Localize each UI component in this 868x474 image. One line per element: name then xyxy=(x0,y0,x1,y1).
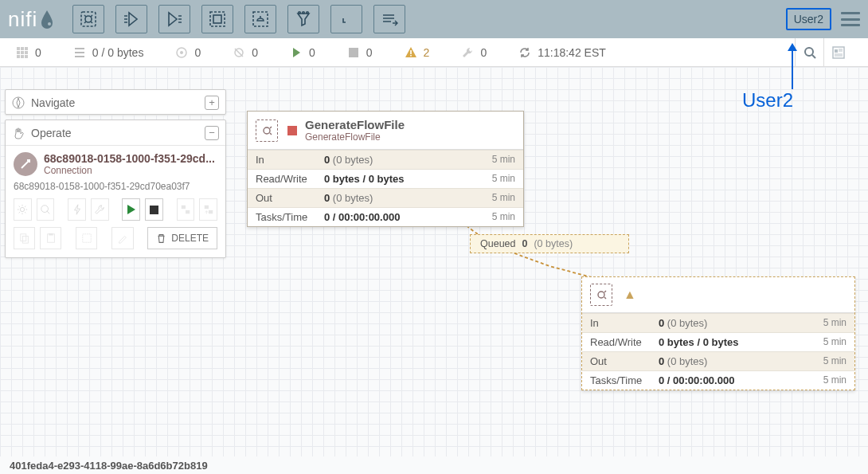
running-stat: 0 xyxy=(290,46,315,59)
stat-row: Tasks/Time0 / 00:00:00.0005 min xyxy=(582,370,854,390)
processor-unnamed[interactable]: ▲ In0 (0 bytes)5 minRead/Write0 bytes / … xyxy=(581,276,855,390)
navigate-panel: Navigate + xyxy=(5,89,226,115)
svg-point-0 xyxy=(48,22,51,25)
stop-button[interactable] xyxy=(145,198,163,221)
top-toolbar: nifi User2 xyxy=(0,0,868,38)
drop-icon xyxy=(39,9,55,29)
operate-name: 68c89018-0158-1000-f351-29cd... xyxy=(44,152,215,165)
svg-rect-18 xyxy=(25,55,28,58)
invalid-stat: 2 xyxy=(405,46,430,59)
svg-rect-36 xyxy=(22,236,28,243)
add-funnel-button[interactable] xyxy=(287,5,319,33)
connection-label[interactable]: Queued 0 (0 bytes) xyxy=(470,234,629,253)
status-bar: 0 0 / 0 bytes 0 0 0 0 2 0 11:18:42 EST xyxy=(0,38,868,67)
svg-rect-11 xyxy=(21,47,24,50)
add-processor-button[interactable] xyxy=(72,5,104,33)
disabled-stat: 0 xyxy=(461,46,487,59)
current-user[interactable]: User2 xyxy=(786,8,831,30)
search-button[interactable] xyxy=(795,38,823,67)
enable-button xyxy=(37,198,55,221)
stopped-stat: 0 xyxy=(347,46,373,59)
svg-point-7 xyxy=(307,12,309,14)
disable-button xyxy=(91,198,109,221)
stat-row: Tasks/Time0 / 00:00:00.0005 min xyxy=(248,207,523,226)
expand-navigate-button[interactable]: + xyxy=(205,96,219,110)
stat-row: Read/Write0 bytes / 0 bytes5 min xyxy=(248,169,523,188)
hand-icon xyxy=(12,127,25,139)
operate-type: Connection xyxy=(44,165,215,176)
status-right-actions xyxy=(795,38,852,66)
add-template-button[interactable] xyxy=(330,5,362,33)
refresh-icon xyxy=(518,46,531,59)
add-label-button[interactable] xyxy=(373,5,405,33)
start-button[interactable] xyxy=(122,198,140,221)
group-button xyxy=(76,227,97,249)
processor-title: GenerateFlowFile xyxy=(305,118,405,131)
svg-rect-15 xyxy=(25,51,28,54)
svg-point-5 xyxy=(299,12,301,14)
operate-id: 68c89018-0158-1000-f351-29cd70ea03f7 xyxy=(14,181,217,192)
compass-icon xyxy=(12,96,25,109)
svg-rect-38 xyxy=(49,233,53,236)
warning-icon xyxy=(405,46,417,59)
stat-row: Out0 (0 bytes)5 min xyxy=(248,188,523,207)
svg-rect-24 xyxy=(410,55,412,57)
operate-title: Operate xyxy=(31,127,72,139)
stopped-status-icon xyxy=(287,126,297,135)
trash-icon xyxy=(156,233,166,244)
target-icon xyxy=(175,46,188,59)
svg-rect-23 xyxy=(410,50,412,54)
add-output-port-button[interactable] xyxy=(158,5,190,33)
bulletin-button[interactable] xyxy=(823,38,852,67)
menu-button[interactable] xyxy=(841,12,860,26)
collapse-operate-button[interactable]: − xyxy=(205,126,219,140)
color-button xyxy=(111,227,133,249)
upload-template-button xyxy=(199,198,217,221)
svg-rect-14 xyxy=(21,51,24,54)
svg-point-29 xyxy=(21,207,25,211)
processor-icon xyxy=(590,284,612,306)
svg-rect-2 xyxy=(210,12,225,26)
configure-button xyxy=(14,198,32,221)
svg-rect-10 xyxy=(17,47,20,50)
svg-point-20 xyxy=(180,51,183,54)
delete-button[interactable]: DELETE xyxy=(147,227,217,249)
svg-rect-12 xyxy=(25,47,28,50)
add-remote-process-group-button[interactable] xyxy=(244,5,276,33)
stat-row: Read/Write0 bytes / 0 bytes5 min xyxy=(582,332,854,351)
svg-point-25 xyxy=(805,48,813,56)
breadcrumb-footer: 401feda4-e293-4118-99ae-8a6d6b72b819 xyxy=(0,456,868,474)
warning-icon: ▲ xyxy=(624,288,636,302)
flow-canvas[interactable]: Navigate + Operate − 68c89018-0158-1000-… xyxy=(0,67,868,456)
processor-stats: In0 (0 bytes)5 minRead/Write0 bytes / 0 … xyxy=(248,149,523,226)
svg-rect-1 xyxy=(81,12,96,26)
svg-rect-3 xyxy=(213,15,221,23)
svg-rect-16 xyxy=(17,55,20,58)
add-process-group-button[interactable] xyxy=(201,5,233,33)
add-input-port-button[interactable] xyxy=(115,5,147,33)
remote-out-stat: 0 xyxy=(233,46,258,59)
operate-panel: Operate − 68c89018-0158-1000-f351-29cd..… xyxy=(5,119,226,258)
svg-rect-33 xyxy=(204,206,208,209)
paste-button xyxy=(40,227,61,249)
svg-rect-39 xyxy=(83,234,92,243)
processor-generateflowfile[interactable]: GenerateFlowFile GenerateFlowFile In0 (0… xyxy=(247,111,524,227)
queued-stat: 0 / 0 bytes xyxy=(73,46,144,59)
svg-rect-8 xyxy=(340,14,347,18)
annotation-text: User2 xyxy=(742,89,793,112)
svg-rect-13 xyxy=(17,51,20,54)
svg-rect-9 xyxy=(346,20,353,25)
svg-rect-32 xyxy=(186,210,190,213)
nifi-logo: nifi xyxy=(8,7,55,32)
processor-type: GenerateFlowFile xyxy=(305,131,405,143)
flash-button xyxy=(68,198,86,221)
svg-rect-27 xyxy=(835,49,838,53)
transmit-icon xyxy=(233,46,245,59)
stop-icon xyxy=(347,46,360,59)
svg-rect-35 xyxy=(20,234,25,241)
root-group-id[interactable]: 401feda4-e293-4118-99ae-8a6d6b72b819 xyxy=(10,460,208,472)
threads-stat: 0 xyxy=(16,46,41,59)
processor-icon xyxy=(256,119,278,142)
play-icon xyxy=(290,46,303,59)
refresh-time: 11:18:42 EST xyxy=(518,46,606,59)
